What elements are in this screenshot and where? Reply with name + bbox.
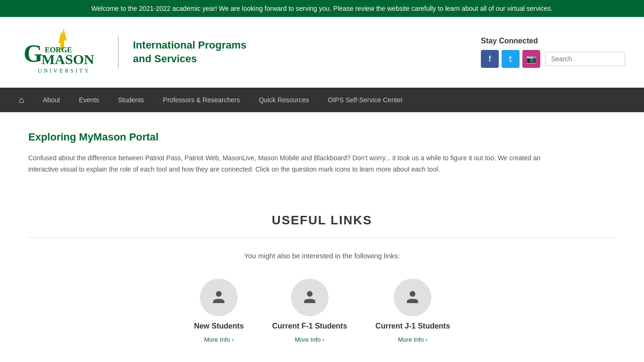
svg-point-8	[307, 291, 313, 296]
nav-item-quick-resources[interactable]: Quick Resources	[249, 88, 319, 112]
twitter-icon: 𝕥	[509, 54, 512, 64]
new-students-icon	[200, 279, 238, 316]
site-title: International Programs and Services	[133, 39, 247, 66]
useful-links-subtitle: You might also be interested in the foll…	[28, 252, 616, 260]
svg-point-7	[216, 291, 222, 296]
navbar: ⌂ About Events Students Professors & Res…	[0, 88, 644, 112]
page-description: Confused about the difference between Pa…	[28, 153, 547, 175]
header: G EORGE MASON UNIVERSITY International P…	[0, 17, 644, 88]
logo-divider	[118, 36, 119, 69]
logo-area: G EORGE MASON UNIVERSITY International P…	[19, 26, 247, 78]
banner-text: Welcome to the 2021-2022 academic year! …	[91, 5, 553, 12]
useful-links-section: USEFUL LINKS You might also be intereste…	[0, 194, 644, 362]
link-card-new-students: New Students More Info ›	[194, 279, 244, 343]
social-icons: f 𝕥 📷	[481, 50, 540, 68]
link-cards: New Students More Info › Current F-1 Stu…	[28, 279, 616, 343]
j1-students-title: Current J-1 Students	[375, 322, 450, 330]
main-content: Exploring MyMason Portal Confused about …	[0, 112, 644, 194]
nav-home-button[interactable]: ⌂	[9, 88, 33, 112]
facebook-icon: f	[488, 54, 491, 64]
f1-students-more-link[interactable]: More Info ›	[295, 336, 324, 343]
svg-point-9	[410, 291, 415, 296]
f1-students-icon	[291, 279, 329, 316]
new-students-title: New Students	[194, 322, 244, 330]
nav-item-professors[interactable]: Professors & Researchers	[154, 88, 249, 112]
j1-students-more-link[interactable]: More Info ›	[398, 336, 428, 343]
nav-item-oips[interactable]: OIPS Self-Service Center	[319, 88, 413, 112]
svg-text:G: G	[24, 40, 42, 67]
instagram-icon: 📷	[526, 54, 537, 64]
useful-links-title: USEFUL LINKS	[28, 213, 616, 228]
search-input[interactable]	[545, 52, 625, 66]
twitter-button[interactable]: 𝕥	[502, 50, 520, 68]
f1-students-title: Current F-1 Students	[272, 322, 347, 330]
nav-item-students[interactable]: Students	[108, 88, 153, 112]
top-banner: Welcome to the 2021-2022 academic year! …	[0, 0, 644, 17]
header-right: Stay Connected f 𝕥 📷	[481, 37, 625, 68]
page-title: Exploring MyMason Portal	[28, 131, 616, 143]
svg-text:MASON: MASON	[41, 51, 94, 67]
home-icon: ⌂	[19, 95, 24, 105]
gmu-logo: G EORGE MASON UNIVERSITY	[19, 26, 104, 78]
stay-connected-label: Stay Connected	[481, 37, 538, 45]
nav-item-about[interactable]: About	[33, 88, 70, 112]
link-card-f1-students: Current F-1 Students More Info ›	[272, 279, 347, 343]
new-students-more-link[interactable]: More Info ›	[204, 336, 234, 343]
social-search-row: f 𝕥 📷	[481, 50, 625, 68]
link-card-j1-students: Current J-1 Students More Info ›	[375, 279, 450, 343]
svg-text:UNIVERSITY: UNIVERSITY	[38, 67, 91, 74]
facebook-button[interactable]: f	[481, 50, 499, 68]
useful-links-divider	[28, 237, 616, 238]
nav-item-events[interactable]: Events	[69, 88, 108, 112]
j1-students-icon	[394, 279, 431, 316]
instagram-button[interactable]: 📷	[522, 50, 540, 68]
